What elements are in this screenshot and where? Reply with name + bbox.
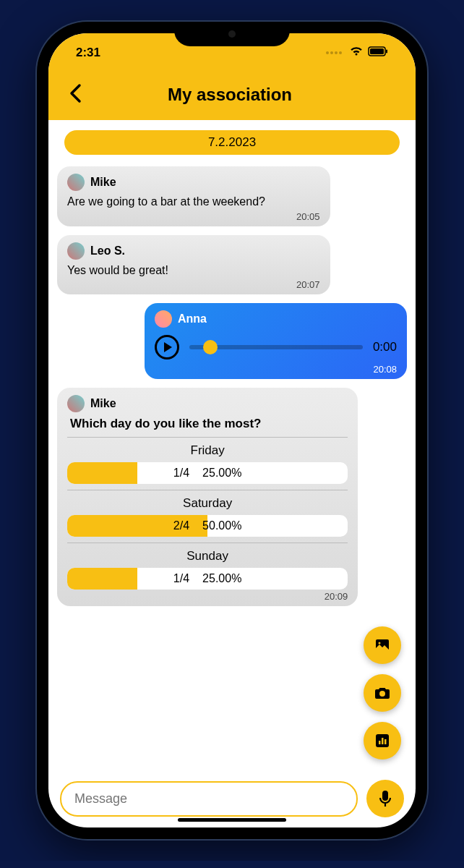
message-input[interactable] — [60, 781, 358, 817]
audio-player: 0:00 — [155, 335, 397, 359]
sender-name: Leo S. — [90, 244, 125, 258]
poll-count: 1/4 — [173, 572, 189, 585]
wifi-icon — [349, 46, 364, 60]
svg-point-4 — [379, 642, 381, 644]
avatar — [67, 395, 85, 412]
signal-dots-icon — [326, 51, 342, 54]
poll-option[interactable]: 2/4 50.00% — [67, 515, 348, 537]
battery-icon — [368, 46, 388, 60]
svg-rect-10 — [382, 791, 388, 801]
poll-question: Which day do you like the most? — [70, 417, 348, 431]
screen: 2:31 My association 7.2.2023 — [48, 33, 416, 827]
chat-area[interactable]: 7.2.2023 Mike Are we going to a bar at t… — [48, 120, 416, 773]
play-button[interactable] — [155, 335, 179, 359]
poll-option-label: Sunday — [67, 549, 348, 563]
poll-button[interactable] — [364, 722, 401, 760]
divider — [67, 437, 348, 438]
audio-knob[interactable] — [203, 340, 218, 354]
avatar — [67, 242, 85, 260]
sender-name: Mike — [90, 176, 116, 189]
poll-option[interactable]: 1/4 25.00% — [67, 462, 348, 484]
mic-button[interactable] — [366, 780, 404, 817]
audio-duration: 0:00 — [373, 340, 397, 354]
svg-rect-8 — [382, 738, 384, 744]
message-time: 20:05 — [67, 211, 320, 222]
back-button[interactable] — [63, 82, 87, 107]
message-bubble-poll[interactable]: Mike Which day do you like the most? Fri… — [57, 388, 358, 606]
header: My association — [48, 72, 416, 120]
avatar — [155, 310, 172, 328]
poll-option[interactable]: 1/4 25.00% — [67, 568, 348, 590]
page-title: My association — [87, 85, 372, 105]
message-bubble[interactable]: Mike Are we going to a bar at the weeken… — [57, 166, 330, 226]
divider — [67, 490, 348, 490]
message-text: Yes would be great! — [67, 263, 320, 278]
poll-percent: 25.00% — [202, 572, 241, 585]
message-bubble[interactable]: Leo S. Yes would be great! 20:07 — [57, 235, 330, 295]
avatar — [67, 174, 85, 191]
svg-point-5 — [379, 691, 385, 697]
message-time: 20:08 — [155, 364, 397, 375]
audio-track[interactable] — [189, 345, 363, 349]
poll-percent: 50.00% — [202, 519, 241, 532]
svg-rect-2 — [386, 50, 387, 54]
message-time: 20:09 — [67, 591, 348, 602]
home-indicator — [178, 818, 286, 822]
status-indicators — [326, 46, 388, 60]
clock: 2:31 — [76, 46, 100, 60]
poll-count: 2/4 — [173, 519, 189, 532]
divider — [67, 542, 348, 543]
camera-button[interactable] — [364, 674, 401, 712]
notch — [174, 22, 290, 46]
svg-rect-1 — [370, 48, 384, 54]
poll-fill — [67, 568, 137, 590]
poll-count: 1/4 — [173, 467, 189, 480]
phone-frame: 2:31 My association 7.2.2023 — [37, 22, 427, 839]
svg-rect-9 — [384, 739, 387, 744]
poll-option-label: Friday — [67, 443, 348, 458]
gallery-button[interactable] — [364, 626, 401, 664]
svg-rect-7 — [379, 741, 381, 744]
poll-percent: 25.00% — [202, 467, 241, 480]
sender-name: Mike — [90, 397, 116, 410]
date-separator: 7.2.2023 — [64, 130, 400, 155]
poll-option-label: Saturday — [67, 496, 348, 511]
poll-fill — [67, 462, 137, 484]
message-text: Are we going to a bar at the weekend? — [67, 194, 320, 210]
message-time: 20:07 — [67, 279, 320, 290]
message-bubble-audio[interactable]: Anna 0:00 20:08 — [145, 303, 407, 379]
action-buttons — [364, 626, 401, 760]
sender-name: Anna — [178, 312, 207, 326]
